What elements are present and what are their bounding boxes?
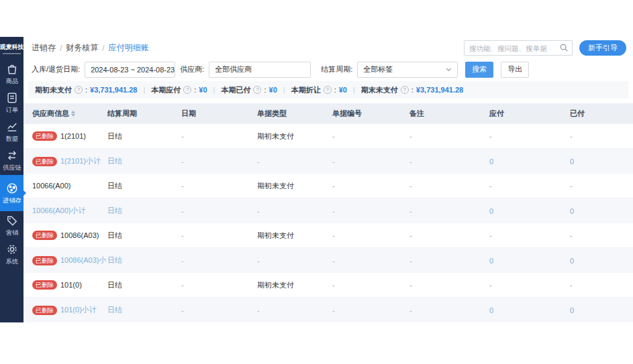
sidebar-item-orders[interactable]: 订单: [0, 88, 23, 117]
table-row-subtotal: 已删除10086(A03)小计日结----00: [23, 248, 633, 273]
doc-no-cell: -: [332, 158, 409, 166]
summary-label: 期初未支付: [35, 85, 72, 95]
summary-item: 本期应付?:¥0: [151, 85, 207, 95]
doc-no-cell: -: [332, 207, 409, 215]
column-header-label: 结算周期: [107, 109, 137, 119]
summary-label: 期末未支付: [361, 85, 398, 95]
search-button[interactable]: 搜索: [465, 62, 493, 78]
search-icon: [559, 43, 569, 52]
remark-cell: -: [409, 306, 480, 314]
date-cell: -: [181, 132, 257, 140]
export-button[interactable]: 导出: [501, 62, 529, 78]
doc-no-cell: -: [332, 132, 409, 140]
column-header[interactable]: 供应商信息: [32, 109, 107, 119]
payable-cell: -: [480, 281, 561, 289]
deleted-badge: 已删除: [32, 256, 57, 265]
sidebar-item-label: 订单: [5, 106, 17, 115]
summary-label: 本期折让: [291, 85, 321, 95]
summary-separator: |: [143, 86, 145, 94]
date-filter-label: 入库/退货日期:: [32, 64, 80, 74]
column-header: 结算周期: [107, 109, 181, 119]
help-icon[interactable]: ?: [401, 86, 409, 94]
doc-type-cell: 期初未支付: [257, 280, 332, 290]
doc-no-cell: -: [332, 257, 409, 265]
cycle-cell: 日结: [107, 206, 181, 216]
cycle-cell: 日结: [107, 280, 181, 290]
supplier-name: 10086(A03)小计: [60, 255, 107, 265]
help-icon[interactable]: ?: [324, 86, 332, 94]
help-icon[interactable]: ?: [253, 86, 261, 94]
remark-cell: -: [409, 132, 480, 140]
column-header: 日期: [181, 109, 257, 119]
summary-separator: |: [283, 86, 285, 94]
doc-type-cell: 期初未支付: [257, 231, 332, 241]
sidebar-item-data[interactable]: 数据: [0, 117, 23, 146]
payable-cell: 0: [480, 306, 561, 314]
summary-separator: |: [213, 86, 215, 94]
doc-type-cell: -: [257, 158, 332, 166]
supplier-cell: 10066(A00): [32, 182, 107, 190]
date-cell: -: [181, 207, 257, 215]
supplier-cell: 已删除10086(A03): [32, 231, 107, 240]
date-cell: -: [181, 182, 257, 190]
remark-cell: -: [409, 158, 480, 166]
cycle-filter-select[interactable]: 全部标签: [357, 62, 458, 78]
beginner-guide-button[interactable]: 新手引导: [579, 40, 626, 56]
help-icon[interactable]: ?: [75, 86, 83, 94]
payable-table: 供应商信息结算周期日期单据类型单据编号备注应付已付 已删除1(2101)日结-期…: [23, 103, 633, 322]
remark-cell: -: [409, 231, 480, 239]
topbar: 进销存 / 财务核算 / 应付明细账 新手引导: [23, 37, 633, 59]
sidebar-item-supply[interactable]: 供应链: [0, 146, 23, 175]
sidebar-item-marketing[interactable]: 营销: [0, 211, 23, 240]
help-icon[interactable]: ?: [183, 86, 191, 94]
table-row-subtotal: 10066(A00)小计日结----00: [23, 198, 633, 223]
breadcrumb-separator: /: [60, 44, 62, 53]
payable-cell: 0: [480, 158, 561, 166]
deleted-badge: 已删除: [32, 131, 57, 141]
date-cell: -: [181, 306, 257, 314]
cycle-cell: 日结: [107, 305, 181, 315]
supply-icon: [5, 149, 19, 162]
breadcrumb-finance[interactable]: 财务核算: [66, 42, 98, 54]
column-header-label: 单据编号: [332, 109, 362, 119]
summary-label: 本期应付: [151, 85, 181, 95]
doc-type-cell: 期初未支付: [257, 131, 332, 141]
date-cell: -: [181, 281, 257, 289]
logo-text: 观麦科技: [0, 43, 24, 52]
date-cell: -: [181, 231, 257, 239]
paid-cell: -: [561, 281, 633, 289]
sidebar: 观麦科技 商品订单数据供应链进销存营销系统: [0, 37, 23, 322]
sidebar-item-products[interactable]: 商品: [0, 60, 23, 88]
breadcrumb-inventory[interactable]: 进销存: [32, 42, 56, 54]
sidebar-item-label: 营销: [5, 229, 17, 237]
sidebar-item-label: 商品: [5, 77, 17, 86]
sidebar-item-label: 数据: [5, 135, 17, 143]
cycle-filter-label: 结算周期:: [321, 64, 352, 74]
summary-item: 本期已付?:¥0: [221, 85, 277, 95]
supplier-filter-input[interactable]: [209, 62, 311, 78]
date-range-picker[interactable]: 2024-08-23 ~ 2024-08-23: [85, 62, 175, 78]
column-header-label: 已付: [570, 109, 585, 119]
supplier-cell: 已删除101(0): [32, 280, 107, 290]
paid-cell: 0: [561, 306, 633, 314]
column-header: 备注: [409, 109, 480, 119]
supplier-cell: 已删除101(0)小计: [32, 305, 107, 315]
paid-cell: 0: [561, 207, 633, 215]
supplier-name: 101(0)小计: [60, 305, 97, 315]
global-search-input[interactable]: [464, 40, 573, 56]
sort-icon[interactable]: [71, 111, 75, 117]
summary-colon: :: [334, 86, 336, 94]
supplier-filter-label: 供应商:: [180, 64, 204, 74]
sidebar-item-inventory[interactable]: 进销存: [0, 175, 23, 211]
remark-cell: -: [409, 182, 480, 190]
sidebar-item-label: 系统: [5, 257, 17, 266]
sidebar-item-system[interactable]: 系统: [0, 240, 23, 269]
deleted-badge: 已删除: [32, 157, 57, 166]
remark-cell: -: [409, 257, 480, 265]
chevron-down-icon: [445, 66, 452, 73]
doc-type-cell: 期初未支付: [257, 181, 332, 191]
column-header: 单据类型: [257, 109, 332, 119]
doc-type-cell: -: [257, 207, 332, 215]
summary-item: 期末未支付?:¥3,731,941.28: [361, 85, 463, 95]
date-cell: -: [181, 257, 257, 265]
